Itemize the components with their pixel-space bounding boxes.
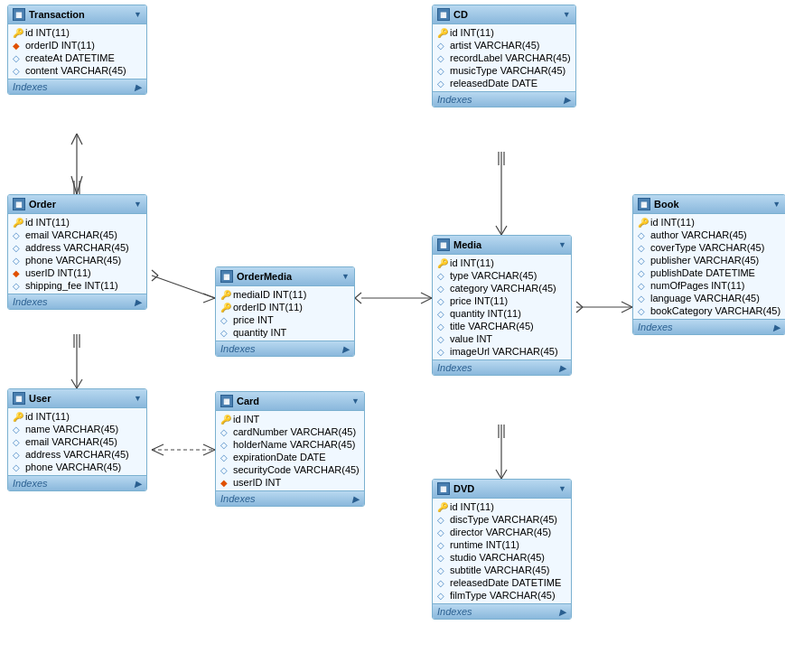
field-text: studio VARCHAR(45) (450, 552, 545, 563)
field-row: ◇phone VARCHAR(45) (8, 461, 146, 473)
field-text: expirationDate DATE (233, 452, 326, 462)
field-row: ◇releasedDate DATE (433, 77, 575, 89)
field-text: id INT(11) (650, 217, 695, 228)
footer-arrow-icon[interactable]: ▶ (135, 82, 142, 92)
field-icon: ◇ (638, 230, 647, 239)
footer-arrow-icon[interactable]: ▶ (135, 297, 142, 307)
field-text: phone VARCHAR(45) (25, 462, 121, 472)
table-footer-book[interactable]: Indexes ▶ (633, 319, 785, 334)
table-footer-order[interactable]: Indexes ▶ (8, 294, 146, 309)
chevron-icon-transaction[interactable]: ▼ (134, 10, 142, 19)
chevron-icon-book[interactable]: ▼ (772, 200, 780, 209)
footer-arrow-icon[interactable]: ▶ (564, 95, 571, 105)
table-db-icon-transaction: ▦ (13, 8, 25, 21)
table-footer-card[interactable]: Indexes ▶ (216, 490, 364, 506)
field-row: ◇bookCategory VARCHAR(45) (633, 304, 785, 317)
field-row: 🔑id INT(11) (433, 257, 571, 269)
chevron-icon-ordermedia[interactable]: ▼ (341, 272, 350, 281)
field-row: ◇title VARCHAR(45) (433, 320, 571, 332)
table-header-media[interactable]: ▦ Media ▼ (433, 236, 571, 255)
table-name-media: Media (453, 239, 481, 250)
chevron-icon-dvd[interactable]: ▼ (558, 484, 566, 493)
table-cd: ▦ CD ▼ 🔑id INT(11)◇artist VARCHAR(45)◇re… (432, 5, 576, 107)
table-header-book[interactable]: ▦ Book ▼ (633, 195, 785, 214)
table-footer-user[interactable]: Indexes ▶ (8, 475, 146, 490)
field-icon: ◇ (437, 322, 446, 331)
table-header-cd[interactable]: ▦ CD ▼ (433, 5, 575, 24)
field-text: category VARCHAR(45) (450, 283, 556, 294)
field-text: userID INT(11) (25, 267, 91, 278)
table-header-dvd[interactable]: ▦ DVD ▼ (433, 480, 571, 499)
key-icon: 🔑 (220, 415, 229, 424)
table-footer-dvd[interactable]: Indexes ▶ (433, 603, 571, 619)
table-footer-cd[interactable]: Indexes ▶ (433, 91, 575, 107)
table-transaction: ▦ Transaction ▼ 🔑id INT(11)◆orderID INT(… (7, 5, 147, 95)
chevron-icon-media[interactable]: ▼ (558, 240, 566, 249)
field-text: bookCategory VARCHAR(45) (650, 305, 780, 316)
chevron-icon-card[interactable]: ▼ (351, 397, 360, 406)
field-text: orderID INT(11) (25, 40, 95, 51)
field-icon: ◇ (220, 427, 229, 436)
field-text: cardNumber VARCHAR(45) (233, 426, 356, 437)
table-name-user: User (29, 393, 51, 404)
table-header-transaction[interactable]: ▦ Transaction ▼ (8, 5, 146, 24)
field-text: quantity INT (233, 327, 286, 338)
field-text: coverType VARCHAR(45) (650, 242, 764, 253)
table-name-card: Card (237, 396, 259, 406)
field-row: ◇releasedDate DATETIME (433, 576, 571, 589)
indexes-label: Indexes (13, 478, 48, 489)
table-book: ▦ Book ▼ 🔑id INT(11)◇author VARCHAR(45)◇… (632, 194, 785, 335)
svg-line-4 (77, 134, 82, 145)
field-row: ◇publishDate DATETIME (633, 266, 785, 279)
footer-arrow-icon[interactable]: ▶ (559, 363, 566, 373)
field-row: ◇value INT (433, 332, 571, 345)
table-user: ▦ User ▼ 🔑id INT(11)◇name VARCHAR(45)◇em… (7, 388, 147, 491)
field-icon: ◇ (220, 328, 229, 337)
field-row: ◇studio VARCHAR(45) (433, 551, 571, 564)
field-icon: ◇ (638, 268, 647, 277)
field-text: filmType VARCHAR(45) (450, 590, 556, 601)
fields-card: 🔑id INT◇cardNumber VARCHAR(45)◇holderNam… (216, 411, 364, 490)
footer-arrow-icon[interactable]: ▶ (135, 479, 142, 489)
chevron-icon-cd[interactable]: ▼ (563, 10, 571, 19)
field-icon: ◇ (638, 243, 647, 252)
field-row: 🔑id INT(11) (8, 410, 146, 423)
chevron-icon-order[interactable]: ▼ (134, 200, 142, 209)
field-text: subtitle VARCHAR(45) (450, 565, 549, 575)
field-text: type VARCHAR(45) (450, 270, 537, 281)
field-row: ◇coverType VARCHAR(45) (633, 241, 785, 254)
chevron-icon-user[interactable]: ▼ (134, 394, 142, 403)
key-icon: 🔑 (220, 290, 229, 299)
field-text: imageUrl VARCHAR(45) (450, 346, 558, 357)
svg-line-9 (77, 379, 82, 388)
footer-arrow-icon[interactable]: ▶ (352, 494, 360, 504)
table-header-card[interactable]: ▦ Card ▼ (216, 392, 364, 411)
svg-line-12 (152, 275, 215, 298)
field-text: publishDate DATETIME (650, 267, 755, 278)
table-footer-ordermedia[interactable]: Indexes ▶ (216, 341, 354, 356)
table-footer-transaction[interactable]: Indexes ▶ (8, 79, 146, 94)
footer-arrow-icon[interactable]: ▶ (342, 344, 350, 354)
table-footer-media[interactable]: Indexes ▶ (433, 359, 571, 375)
key-icon: 🔑 (638, 218, 647, 227)
field-text: title VARCHAR(45) (450, 321, 534, 331)
footer-arrow-icon[interactable]: ▶ (559, 607, 566, 617)
table-db-icon-user: ▦ (13, 392, 25, 405)
field-icon: ◇ (437, 578, 446, 587)
field-row: ◇language VARCHAR(45) (633, 292, 785, 304)
table-header-ordermedia[interactable]: ▦ OrderMedia ▼ (216, 267, 354, 286)
svg-line-3 (71, 134, 77, 145)
table-header-order[interactable]: ▦ Order ▼ (8, 195, 146, 214)
field-icon: ◇ (437, 284, 446, 293)
key-icon: 🔑 (220, 303, 229, 312)
fields-book: 🔑id INT(11)◇author VARCHAR(45)◇coverType… (633, 214, 785, 319)
field-row: ◇discType VARCHAR(45) (433, 513, 571, 526)
key-icon: 🔑 (13, 28, 22, 37)
field-icon: ◇ (638, 256, 647, 265)
field-text: quantity INT(11) (450, 308, 521, 319)
field-text: publisher VARCHAR(45) (650, 255, 759, 266)
indexes-label: Indexes (220, 493, 256, 504)
field-text: phone VARCHAR(45) (25, 255, 121, 266)
table-header-user[interactable]: ▦ User ▼ (8, 389, 146, 408)
footer-arrow-icon[interactable]: ▶ (773, 322, 780, 332)
